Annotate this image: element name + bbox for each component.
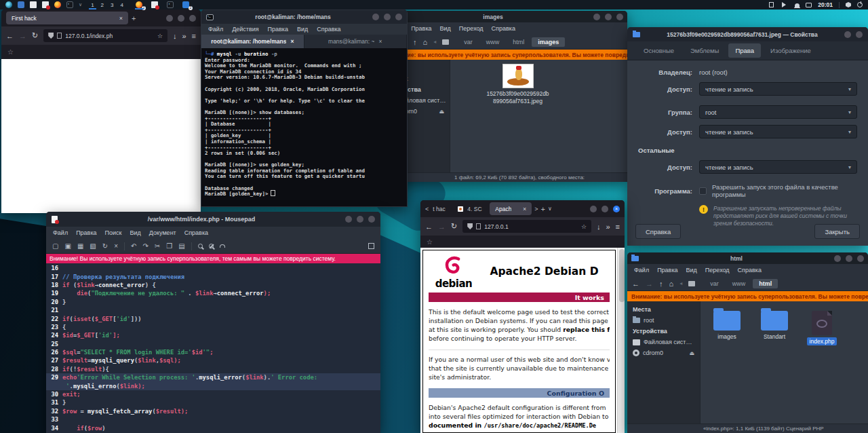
url-text[interactable]: 127.0.0.1 <box>484 223 578 230</box>
close-file-icon[interactable]: × <box>114 242 118 250</box>
menu-button[interactable]: ≡ <box>616 223 620 231</box>
menu-item[interactable]: Поиск <box>105 229 122 236</box>
new-document-icon[interactable]: ▢ <box>52 242 58 250</box>
menu-item[interactable]: Справка <box>492 25 515 32</box>
menu-item[interactable]: Файл <box>53 229 68 236</box>
workspace-button[interactable]: 4 <box>117 0 126 10</box>
close-dialog-button[interactable]: Закрыть <box>814 224 860 239</box>
bookmark-icon[interactable]: ☆ <box>7 48 14 56</box>
downloads-button[interactable]: ↓ <box>173 32 177 40</box>
forward-button[interactable]: → <box>646 280 653 288</box>
tab-close-icon[interactable]: × <box>378 38 382 45</box>
properties-tab[interactable]: Эмблемы <box>684 43 726 58</box>
text-editor-launcher-icon[interactable] <box>30 1 37 8</box>
terminal-output[interactable]: └─# mysql -u buratino -pEnter password: … <box>201 48 407 206</box>
properties-tab[interactable]: Изображение <box>764 43 818 58</box>
url-text[interactable]: 127.0.0.1/index.ph <box>65 33 154 39</box>
bookmark-star-icon[interactable]: ☆ <box>581 223 587 230</box>
tab-close-icon[interactable]: × <box>290 38 294 45</box>
fullscreen-icon[interactable] <box>368 243 374 249</box>
tab-apache-active[interactable]: Apach × <box>490 202 532 215</box>
tab-close-icon[interactable]: × <box>523 206 526 212</box>
kali-menu-icon[interactable] <box>5 1 12 8</box>
breadcrumb-button[interactable]: www <box>726 279 752 288</box>
close-button[interactable] <box>189 15 196 22</box>
group-dropdown[interactable]: root ▾ <box>699 105 857 119</box>
forward-button[interactable]: → <box>19 32 26 40</box>
overflow-button[interactable]: » <box>182 32 186 40</box>
menu-item[interactable]: Вид <box>440 25 451 32</box>
sidebar-item-cdrom[interactable]: cdrom0 ⏏ <box>627 347 700 358</box>
reload-button[interactable]: ↻ <box>32 31 38 40</box>
clock[interactable]: 20:01 <box>818 1 833 8</box>
maximize-button[interactable] <box>605 14 612 20</box>
maximize-button[interactable] <box>844 31 851 38</box>
shield-icon[interactable] <box>48 33 54 39</box>
maximize-button[interactable] <box>357 216 363 223</box>
taskbar-window-button[interactable] <box>166 1 175 9</box>
new-tab-button[interactable]: + <box>132 14 136 22</box>
title-bar[interactable]: 15276b3f09e0029592db899056af7631.jpeg — … <box>627 27 868 41</box>
save-as-icon[interactable]: ▧ <box>90 242 96 250</box>
close-button[interactable] <box>395 14 402 20</box>
minimize-button[interactable] <box>345 216 352 223</box>
page-content-blank[interactable] <box>1 59 201 213</box>
up-button[interactable]: ↑ <box>413 38 417 46</box>
workspace-button[interactable]: 1 <box>87 0 97 10</box>
url-bar[interactable]: 127.0.0.1 ☆ <box>462 220 591 233</box>
cut-icon[interactable]: ✂ <box>155 242 160 250</box>
shield-icon[interactable] <box>467 223 473 229</box>
file-item-jpeg[interactable]: 15276b3f09e0029592db899056af7631.jpeg <box>486 64 550 105</box>
taskbar-window-button[interactable]: 2 <box>135 1 144 9</box>
workspace-button[interactable]: 2 <box>98 0 107 10</box>
minimize-button[interactable] <box>372 14 379 20</box>
help-button[interactable]: Справка <box>635 224 681 239</box>
maximize-button[interactable] <box>384 14 391 20</box>
scroll-tabs-left-icon[interactable]: < <box>425 206 429 212</box>
maximize-button[interactable] <box>846 255 852 262</box>
menu-item[interactable]: Переход <box>705 267 730 274</box>
reload-button[interactable]: ↻ <box>451 222 457 231</box>
menu-item[interactable]: Справка <box>738 267 762 274</box>
terminal-tab-root[interactable]: root@kaliman: /home/mans × <box>201 35 304 48</box>
back-button[interactable]: ← <box>425 223 433 231</box>
tab-partial-left[interactable]: t hac <box>431 202 453 215</box>
forward-button[interactable]: → <box>438 223 446 231</box>
crumb-collapse-icon[interactable]: ◂ <box>679 280 682 286</box>
close-button[interactable] <box>857 255 864 262</box>
taskbar-window-button[interactable]: 2 <box>182 1 191 9</box>
editor-launcher-icon[interactable] <box>42 1 49 8</box>
home-button[interactable]: ⌂ <box>423 38 428 46</box>
power-icon[interactable] <box>857 2 863 7</box>
title-bar[interactable]: /var/www/html/index.php - Mousepad <box>46 212 380 227</box>
title-bar[interactable]: images <box>381 11 627 22</box>
list-tabs-icon[interactable]: ∨ <box>548 206 552 212</box>
tab-close-icon[interactable]: × <box>119 15 123 22</box>
package-icon[interactable] <box>846 2 851 7</box>
menu-item[interactable]: Правка <box>268 26 288 33</box>
title-bar[interactable]: html <box>627 252 868 264</box>
redo-icon[interactable]: ↷ <box>142 242 148 250</box>
menu-item[interactable]: Вид <box>686 267 697 274</box>
breadcrumb-button[interactable]: images <box>532 37 565 47</box>
bookmark-icon[interactable]: ☆ <box>427 238 433 246</box>
menu-item[interactable]: Справка <box>184 229 208 236</box>
reload-icon[interactable]: ↻ <box>102 242 108 250</box>
code-editor[interactable]: 16 17 // Проверка результата подключения… <box>46 263 380 433</box>
home-button[interactable]: ⌂ <box>669 280 674 288</box>
menu-item[interactable]: Переход <box>459 25 484 32</box>
eject-icon[interactable]: ⏏ <box>439 109 444 115</box>
file-item[interactable]: index.php <box>802 311 842 345</box>
back-button[interactable]: ← <box>6 32 14 40</box>
taskbar-window-button[interactable] <box>151 1 159 9</box>
menu-item[interactable]: Вид <box>130 229 141 236</box>
sidebar-item-root[interactable]: root <box>627 315 700 326</box>
menu-item[interactable]: Правка <box>657 267 677 274</box>
undo-icon[interactable]: ↶ <box>131 242 136 250</box>
search-replace-icon[interactable] <box>209 244 214 248</box>
owner-access-dropdown[interactable]: чтение и запись ▾ <box>699 82 857 96</box>
close-button[interactable]: × <box>613 206 620 212</box>
up-button[interactable]: ↑ <box>659 280 663 288</box>
go-to-line-icon[interactable] <box>220 244 225 248</box>
others-access-dropdown[interactable]: чтение и запись ▾ <box>699 160 857 174</box>
